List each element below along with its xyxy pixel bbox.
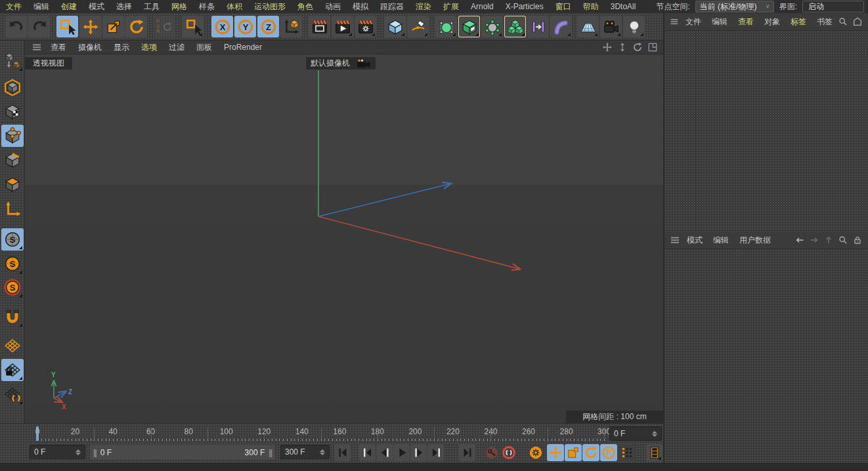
menu-x-particles[interactable]: X-Particles: [500, 2, 550, 11]
rotate-view-icon[interactable]: [632, 42, 643, 52]
object-manager-menu-icon[interactable]: [670, 16, 679, 27]
menu-om-tags[interactable]: 标签: [785, 16, 812, 28]
menu-cameras[interactable]: 摄像机: [72, 42, 108, 53]
menu-character[interactable]: 角色: [292, 1, 319, 12]
go-to-next-frame-button[interactable]: [410, 444, 427, 461]
menu-create[interactable]: 创建: [55, 1, 83, 12]
array-button[interactable]: [481, 16, 503, 37]
stepper-icon[interactable]: [76, 449, 81, 455]
ruler-frame-spinner[interactable]: 0 F: [609, 426, 662, 441]
object-manager-list[interactable]: [664, 31, 868, 232]
menu-filter[interactable]: 过滤: [163, 42, 190, 53]
timeline-window-button[interactable]: [646, 444, 662, 461]
interface-input[interactable]: 启动: [802, 1, 864, 12]
render-picture-viewer-button[interactable]: [332, 16, 353, 37]
viewport-menu-icon[interactable]: [32, 42, 42, 52]
menu-help[interactable]: 帮助: [577, 1, 605, 12]
menu-mode[interactable]: 模式: [83, 1, 110, 12]
points-mode-button[interactable]: [1, 125, 24, 147]
node-space-dropdown[interactable]: 当前 (标准/物理) ˅: [695, 1, 774, 12]
range-left-handle[interactable]: ||: [93, 448, 97, 457]
menu-prorender[interactable]: ProRender: [218, 43, 268, 52]
redo-button[interactable]: [28, 16, 50, 37]
end-frame-spinner[interactable]: 300 F: [280, 445, 330, 459]
model-mode-button[interactable]: [1, 76, 24, 98]
record-parameter-button[interactable]: P: [600, 444, 617, 461]
record-scale-button[interactable]: [565, 444, 582, 461]
camera-selector[interactable]: 默认摄像机: [306, 57, 376, 70]
menu-view[interactable]: 查看: [45, 42, 72, 53]
play-button[interactable]: [393, 444, 410, 461]
range-right-handle[interactable]: ||: [269, 448, 272, 457]
menu-om-edit[interactable]: 编辑: [706, 16, 733, 28]
menu-panel[interactable]: 面板: [190, 42, 218, 53]
render-view-button[interactable]: [309, 16, 330, 37]
menu-3dtoall[interactable]: 3DtoAll: [605, 2, 642, 11]
polygons-mode-button[interactable]: [1, 173, 24, 195]
stepper-icon[interactable]: [652, 431, 657, 437]
floor-button[interactable]: [577, 16, 599, 37]
viewport-tab[interactable]: 透视视图: [25, 57, 72, 70]
menu-am-edit[interactable]: 编辑: [708, 235, 734, 246]
attribute-manager-body[interactable]: [664, 249, 868, 464]
go-to-next-key-button[interactable]: [427, 444, 444, 461]
bend-deformer-button[interactable]: [550, 16, 572, 37]
edges-mode-button[interactable]: [1, 149, 24, 171]
menu-om-bookmarks[interactable]: 书签: [812, 16, 838, 28]
menu-om-file[interactable]: 文件: [680, 16, 706, 28]
planar-workplane-button[interactable]: [1, 383, 24, 405]
menu-spline[interactable]: 样条: [193, 1, 221, 12]
keyframe-selection-button[interactable]: [527, 444, 544, 461]
move-tool-button[interactable]: [79, 16, 101, 37]
object-manager-column-divider[interactable]: [695, 31, 696, 232]
y-axis-lock-button[interactable]: Y: [234, 16, 256, 37]
menu-mograph[interactable]: 运动图形: [248, 1, 292, 12]
menu-display[interactable]: 显示: [108, 42, 135, 53]
make-editable-button[interactable]: [1, 50, 24, 72]
zoom-view-icon[interactable]: [617, 42, 628, 52]
forward-icon[interactable]: [809, 235, 819, 245]
autokey-button[interactable]: [500, 444, 517, 461]
menu-tools[interactable]: 工具: [138, 1, 165, 12]
menu-select[interactable]: 选择: [110, 1, 138, 12]
menu-mesh[interactable]: 网格: [165, 1, 193, 12]
pan-view-icon[interactable]: [602, 42, 613, 52]
texture-mode-button[interactable]: [1, 100, 24, 123]
enable-axis-button[interactable]: [1, 198, 24, 220]
viewport-solo-single-button[interactable]: S: [1, 253, 24, 275]
menu-edit[interactable]: 编辑: [28, 1, 55, 12]
z-axis-lock-button[interactable]: Z: [257, 16, 279, 37]
render-settings-button[interactable]: [355, 16, 376, 37]
menu-options[interactable]: 选项: [135, 42, 163, 53]
back-icon[interactable]: [794, 235, 805, 245]
symmetry-button[interactable]: [527, 16, 549, 37]
menu-volume[interactable]: 体积: [221, 1, 248, 12]
primitive-cube-button[interactable]: [384, 16, 406, 37]
menu-om-view[interactable]: 查看: [733, 16, 759, 28]
go-to-end-button[interactable]: [459, 444, 475, 461]
menu-extensions[interactable]: 扩展: [437, 1, 465, 12]
toggle-panel-icon[interactable]: [647, 42, 658, 52]
filter-path-icon[interactable]: [852, 16, 863, 27]
record-position-button[interactable]: [547, 444, 564, 461]
viewport-canvas[interactable]: Y Z X 透视视图 默认摄像机 网格间距 : 100 cm: [25, 54, 663, 423]
preview-range-slider[interactable]: || 0 F 300 F ||: [90, 445, 275, 460]
lock-workplane-button[interactable]: [1, 359, 24, 381]
rectangle-selection-button[interactable]: [182, 16, 204, 37]
menu-animate[interactable]: 动画: [319, 1, 347, 12]
menu-arnold[interactable]: Arnold: [465, 2, 500, 11]
scale-tool-button[interactable]: [102, 16, 124, 37]
timeline-ruler[interactable]: 0204060801001201401601802002202402602803…: [30, 426, 607, 442]
go-to-previous-key-button[interactable]: [359, 444, 376, 461]
record-pla-button[interactable]: [618, 444, 635, 461]
coordinate-system-button[interactable]: [280, 16, 302, 37]
search-icon[interactable]: [838, 235, 848, 245]
lock-icon[interactable]: [852, 235, 863, 245]
camera-button[interactable]: [600, 16, 622, 37]
workplane-mode-button[interactable]: [1, 335, 24, 357]
generator-cube-button[interactable]: [458, 16, 480, 37]
viewport-solo-hierarchy-button[interactable]: S: [1, 276, 24, 298]
psr-button[interactable]: PSR: [154, 16, 175, 37]
menu-window[interactable]: 窗口: [550, 1, 577, 12]
x-axis-lock-button[interactable]: X: [211, 16, 233, 37]
